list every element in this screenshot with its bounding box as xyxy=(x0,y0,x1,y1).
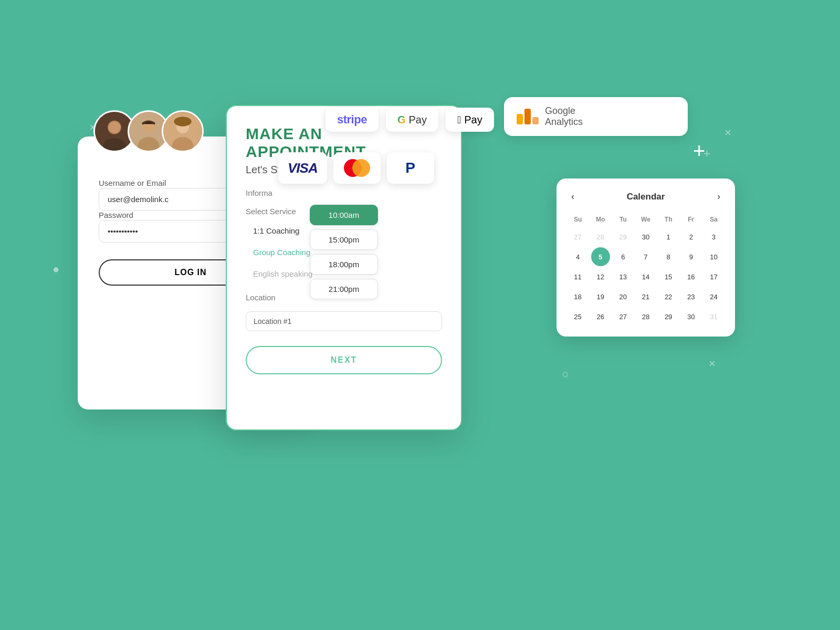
dow-mo: Mo xyxy=(590,213,611,226)
cal-day-4[interactable]: 4 xyxy=(569,247,587,266)
cal-day-8[interactable]: 8 xyxy=(659,247,678,266)
cal-day-22[interactable]: 22 xyxy=(659,287,678,306)
cal-day-7[interactable]: 7 xyxy=(636,247,655,266)
cal-day-10[interactable]: 10 xyxy=(704,247,723,266)
apple-icon:  xyxy=(457,114,461,126)
cal-day-31-next[interactable]: 31 xyxy=(704,307,723,326)
cal-day-28-prev[interactable]: 28 xyxy=(591,227,610,246)
mastercard-badge[interactable] xyxy=(333,152,381,184)
cal-day-30[interactable]: 30 xyxy=(681,307,700,326)
g-letter: G xyxy=(397,114,406,126)
cal-day-27[interactable]: 27 xyxy=(614,307,633,326)
ga-text-group: Google Analytics xyxy=(545,106,583,128)
calendar-next-button[interactable]: › xyxy=(713,189,724,204)
ga-bar-1 xyxy=(517,114,523,124)
cal-day-24[interactable]: 24 xyxy=(704,287,723,306)
dow-su: Su xyxy=(567,213,589,226)
paypal-logo: P xyxy=(405,160,415,176)
ga-bar-group xyxy=(517,109,539,124)
deco-dot-1: ● xyxy=(52,262,59,276)
ga-bar-2 xyxy=(524,109,531,124)
cal-day-23[interactable]: 23 xyxy=(681,287,700,306)
calendar-grid: Su Mo Tu We Th Fr Sa 27 28 29 30 1 2 3 4… xyxy=(567,213,724,326)
avatar-3 xyxy=(162,110,204,152)
visa-badge[interactable]: VISA xyxy=(278,152,327,184)
time-slot-2100[interactable]: 21:00pm xyxy=(310,279,378,299)
gpay-pay-text: Pay xyxy=(408,114,426,126)
svg-point-10 xyxy=(174,117,191,127)
dow-th: Th xyxy=(658,213,679,226)
calendar-title: Calendar xyxy=(627,192,665,202)
cal-day-14[interactable]: 14 xyxy=(636,267,655,286)
avatar-img-3 xyxy=(163,112,202,151)
time-slot-1800[interactable]: 18:00pm xyxy=(310,254,378,275)
cal-day-1[interactable]: 1 xyxy=(659,227,678,246)
deco-x-3: × xyxy=(709,357,716,371)
cal-day-20[interactable]: 20 xyxy=(614,287,633,306)
applepay-badge[interactable]:  Pay xyxy=(446,108,494,132)
payment-badges-panel: VISA P xyxy=(278,152,434,184)
applepay-text: Pay xyxy=(464,114,482,126)
stripe-badge[interactable]: stripe xyxy=(326,108,379,132)
cal-day-6[interactable]: 6 xyxy=(614,247,633,266)
deco-x-2: × xyxy=(724,126,731,140)
mastercard-logo xyxy=(344,159,370,177)
cal-day-9[interactable]: 9 xyxy=(681,247,700,266)
dow-we: We xyxy=(635,213,656,226)
visa-logo: VISA xyxy=(288,160,318,176)
cal-day-17[interactable]: 17 xyxy=(704,267,723,286)
time-slots-panel: 10:00am 15:00pm 18:00pm 21:00pm xyxy=(310,205,378,299)
username-label: Username or Email xyxy=(99,178,166,187)
plus-decoration: + xyxy=(693,139,705,163)
dow-sa: Sa xyxy=(703,213,724,226)
cal-day-27-prev[interactable]: 27 xyxy=(569,227,587,246)
cal-day-12[interactable]: 12 xyxy=(591,267,610,286)
deco-circle-3: ○ xyxy=(562,368,569,381)
calendar-prev-button[interactable]: ‹ xyxy=(567,189,579,204)
google-analytics-card[interactable]: Google Analytics xyxy=(504,97,688,136)
stripe-logo: stripe xyxy=(337,113,367,127)
password-label: Password xyxy=(99,211,133,219)
cal-day-11[interactable]: 11 xyxy=(569,267,587,286)
dow-fr: Fr xyxy=(680,213,702,226)
cal-day-21[interactable]: 21 xyxy=(636,287,655,306)
next-button[interactable]: NEXT xyxy=(246,346,442,374)
gpay-badge[interactable]: G Pay xyxy=(386,108,438,132)
calendar-card: ‹ Calendar › Su Mo Tu We Th Fr Sa 27 28 … xyxy=(556,178,735,337)
mc-yellow-circle xyxy=(352,159,370,177)
cal-day-16[interactable]: 16 xyxy=(681,267,700,286)
cal-day-3[interactable]: 3 xyxy=(704,227,723,246)
ga-bar-3 xyxy=(532,117,539,124)
cal-day-13[interactable]: 13 xyxy=(614,267,633,286)
cal-day-18[interactable]: 18 xyxy=(569,287,587,306)
avatars-group xyxy=(93,110,204,152)
ga-icon xyxy=(517,109,539,124)
top-payment-badges: stripe G Pay  Pay xyxy=(326,108,494,132)
paypal-badge[interactable]: P xyxy=(387,152,434,184)
ga-google-text: Google xyxy=(545,106,583,117)
cal-day-26[interactable]: 26 xyxy=(591,307,610,326)
cal-day-2[interactable]: 2 xyxy=(681,227,700,246)
calendar-header: ‹ Calendar › xyxy=(567,189,724,204)
cal-day-29-prev[interactable]: 29 xyxy=(614,227,633,246)
svg-point-3 xyxy=(109,122,120,133)
cal-day-30[interactable]: 30 xyxy=(636,227,655,246)
cal-day-29[interactable]: 29 xyxy=(659,307,678,326)
ga-analytics-text: Analytics xyxy=(545,117,583,128)
cal-day-25[interactable]: 25 xyxy=(569,307,587,326)
cal-day-15[interactable]: 15 xyxy=(659,267,678,286)
info-label: Informa xyxy=(246,188,442,197)
cal-day-19[interactable]: 19 xyxy=(591,287,610,306)
dow-tu: Tu xyxy=(612,213,634,226)
cal-day-5-today[interactable]: 5 xyxy=(591,247,610,266)
time-slot-1500[interactable]: 15:00pm xyxy=(310,229,378,250)
cal-day-28[interactable]: 28 xyxy=(636,307,655,326)
time-slot-1000[interactable]: 10:00am xyxy=(310,205,378,225)
location-input[interactable] xyxy=(246,311,442,331)
